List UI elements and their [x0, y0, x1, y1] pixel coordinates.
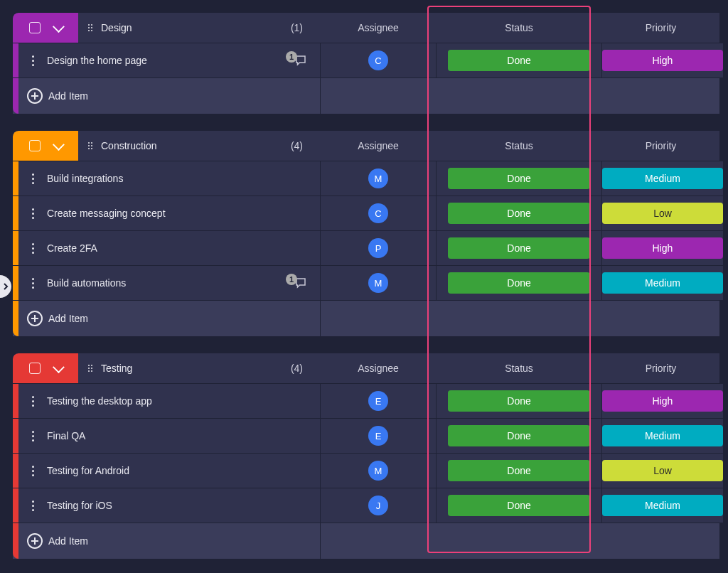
column-header-priority[interactable]: Priority	[602, 13, 719, 43]
add-item-row: Add Item	[13, 523, 719, 559]
priority-cell[interactable]: High	[602, 231, 723, 265]
status-cell[interactable]: Done	[437, 196, 601, 230]
more-options-icon[interactable]	[32, 208, 34, 219]
more-options-icon[interactable]	[32, 500, 34, 511]
assignee-cell[interactable]: E	[321, 419, 436, 453]
drag-handle-icon[interactable]	[88, 24, 92, 31]
status-cell[interactable]: Done	[437, 231, 601, 265]
row-menu-button[interactable]	[18, 208, 47, 219]
more-options-icon[interactable]	[32, 277, 34, 289]
task-title-cell[interactable]: Testing for iOS	[13, 488, 320, 523]
status-pill: Done	[448, 495, 590, 516]
assignee-cell[interactable]: M	[321, 266, 436, 300]
column-header-status[interactable]: Status	[437, 13, 601, 43]
priority-cell[interactable]: Medium	[602, 488, 723, 523]
collapse-icon[interactable]	[53, 361, 65, 373]
more-options-icon[interactable]	[32, 55, 34, 66]
task-row: Testing the desktop appEDoneHigh	[13, 384, 719, 418]
add-item-row: Add Item	[13, 78, 719, 114]
group-testing: Testing(4)AssigneeStatusPriorityTesting …	[13, 353, 719, 559]
comment-count: 1	[286, 51, 297, 63]
add-item-rest	[321, 523, 719, 559]
group-color-block[interactable]	[13, 131, 78, 161]
collapse-icon[interactable]	[53, 139, 65, 151]
select-all-checkbox[interactable]	[29, 22, 41, 33]
assignee-cell[interactable]: E	[321, 384, 436, 418]
group-color-block[interactable]	[13, 13, 78, 43]
column-header-assignee[interactable]: Assignee	[321, 131, 436, 161]
task-name: Create 2FA	[47, 242, 314, 254]
add-item-button[interactable]: Add Item	[13, 301, 320, 336]
assignee-cell[interactable]: M	[321, 161, 436, 196]
group-color-block[interactable]	[13, 353, 78, 383]
drag-handle-icon[interactable]	[88, 142, 92, 149]
status-cell[interactable]: Done	[437, 43, 601, 77]
more-options-icon[interactable]	[32, 465, 34, 476]
group-color-strip	[13, 419, 18, 453]
select-all-checkbox[interactable]	[29, 140, 41, 151]
more-options-icon[interactable]	[32, 430, 34, 441]
priority-cell[interactable]: Medium	[602, 161, 723, 196]
avatar: C	[368, 203, 388, 223]
priority-pill: Medium	[602, 495, 723, 516]
assignee-cell[interactable]: C	[321, 43, 436, 77]
group-header: Testing(4)AssigneeStatusPriority	[13, 353, 719, 383]
assignee-cell[interactable]: J	[321, 488, 436, 523]
task-title-cell[interactable]: Testing the desktop app	[13, 384, 320, 418]
row-menu-button[interactable]	[18, 395, 47, 407]
assignee-cell[interactable]: P	[321, 231, 436, 265]
status-pill: Done	[448, 203, 590, 224]
group-name-wrap[interactable]: Design(1)	[78, 22, 320, 33]
status-cell[interactable]: Done	[437, 161, 601, 196]
status-cell[interactable]: Done	[437, 266, 601, 300]
group-name-wrap[interactable]: Construction(4)	[78, 140, 320, 151]
priority-cell[interactable]: Low	[602, 454, 723, 488]
column-header-assignee[interactable]: Assignee	[321, 13, 436, 43]
row-menu-button[interactable]	[18, 430, 47, 441]
comment-indicator[interactable]: 1	[286, 54, 314, 67]
status-cell[interactable]: Done	[437, 419, 601, 453]
task-title-cell[interactable]: Build automations1	[13, 266, 320, 300]
task-title-cell[interactable]: Final QA	[13, 419, 320, 453]
status-pill: Done	[448, 460, 590, 481]
task-row: Build automations1MDoneMedium	[13, 266, 719, 300]
column-header-status[interactable]: Status	[437, 131, 601, 161]
collapse-icon[interactable]	[53, 21, 65, 33]
row-menu-button[interactable]	[18, 242, 47, 254]
column-header-priority[interactable]: Priority	[602, 353, 719, 383]
group-name-wrap[interactable]: Testing(4)	[78, 363, 320, 374]
more-options-icon[interactable]	[32, 395, 34, 407]
assignee-cell[interactable]: M	[321, 454, 436, 488]
status-cell[interactable]: Done	[437, 488, 601, 523]
status-cell[interactable]: Done	[437, 384, 601, 418]
priority-cell[interactable]: Low	[602, 196, 723, 230]
avatar: M	[368, 168, 388, 188]
more-options-icon[interactable]	[32, 242, 34, 254]
priority-cell[interactable]: Medium	[602, 266, 723, 300]
add-item-button[interactable]: Add Item	[13, 523, 320, 559]
status-cell[interactable]: Done	[437, 454, 601, 488]
select-all-checkbox[interactable]	[29, 363, 41, 374]
comment-indicator[interactable]: 1	[286, 277, 314, 289]
task-title-cell[interactable]: Design the home page1	[13, 43, 320, 77]
task-title-cell[interactable]: Testing for Android	[13, 454, 320, 488]
drag-handle-icon[interactable]	[88, 365, 92, 372]
row-menu-button[interactable]	[18, 277, 47, 289]
row-menu-button[interactable]	[18, 55, 47, 66]
row-menu-button[interactable]	[18, 173, 47, 184]
column-header-status[interactable]: Status	[437, 353, 601, 383]
task-title-cell[interactable]: Create messaging concept	[13, 196, 320, 230]
task-row: Create 2FAPDoneHigh	[13, 231, 719, 265]
assignee-cell[interactable]: C	[321, 196, 436, 230]
priority-cell[interactable]: High	[602, 43, 723, 77]
task-title-cell[interactable]: Build integrations	[13, 161, 320, 196]
column-header-assignee[interactable]: Assignee	[321, 353, 436, 383]
priority-cell[interactable]: High	[602, 384, 723, 418]
task-title-cell[interactable]: Create 2FA	[13, 231, 320, 265]
row-menu-button[interactable]	[18, 465, 47, 476]
add-item-button[interactable]: Add Item	[13, 78, 320, 114]
row-menu-button[interactable]	[18, 500, 47, 511]
column-header-priority[interactable]: Priority	[602, 131, 719, 161]
priority-cell[interactable]: Medium	[602, 419, 723, 453]
more-options-icon[interactable]	[32, 173, 34, 184]
